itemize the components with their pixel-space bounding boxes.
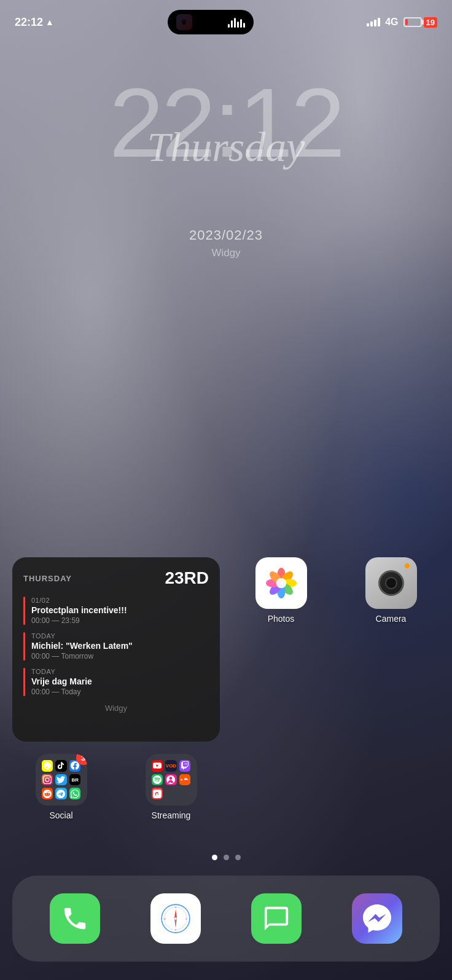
event-category-2: TODAY bbox=[31, 632, 133, 640]
cal-date-num: 23RD bbox=[165, 568, 209, 588]
reddit-mini-icon bbox=[42, 788, 53, 799]
page-dot-2[interactable] bbox=[224, 855, 229, 860]
podcasts-mini-icon bbox=[165, 774, 177, 786]
cal-event-2: TODAY Michiel: "Werken Latem" 00:00 — To… bbox=[23, 632, 209, 661]
cal-event-3: TODAY Vrije dag Marie 00:00 — Today bbox=[23, 668, 209, 696]
camera-icon[interactable] bbox=[365, 557, 417, 609]
photos-icon[interactable] bbox=[255, 557, 307, 609]
event-bar bbox=[23, 597, 25, 625]
page-dots bbox=[0, 855, 452, 860]
widgy-label-top: Widgy bbox=[0, 247, 452, 259]
calendar-widget[interactable]: THURSDAY 23RD 01/02 Protectplan incentiv… bbox=[12, 557, 220, 742]
svg-text:W: W bbox=[163, 917, 166, 920]
twitter-mini-icon bbox=[55, 774, 67, 786]
dynamic-island-app: ♛ bbox=[176, 14, 192, 30]
battery-level: 19 bbox=[424, 17, 437, 28]
bereal-mini-icon: BR bbox=[69, 774, 81, 786]
youtube-mini-icon bbox=[152, 760, 163, 772]
event-info-1: 01/02 Protectplan incentive!!! 00:00 — 2… bbox=[31, 597, 127, 625]
calendar-header: THURSDAY 23RD bbox=[23, 568, 209, 588]
dock: N S W E bbox=[12, 876, 440, 962]
event-time-2: 00:00 — Tomorrow bbox=[31, 652, 133, 661]
svg-point-8 bbox=[276, 578, 286, 589]
page-dot-1[interactable] bbox=[212, 855, 217, 860]
messenger-dock-icon[interactable] bbox=[352, 893, 402, 944]
network-label: 4G bbox=[385, 17, 398, 28]
messages-icon-svg bbox=[262, 904, 290, 933]
event-info-2: TODAY Michiel: "Werken Latem" 00:00 — To… bbox=[31, 632, 133, 661]
camera-lens-inner bbox=[385, 577, 397, 589]
status-time: 22:12 ▲ bbox=[15, 16, 54, 29]
status-right: 4G 19 bbox=[367, 17, 437, 28]
location-icon: ▲ bbox=[45, 17, 54, 27]
tiktok-mini-icon bbox=[55, 760, 67, 772]
audio-bars-icon bbox=[228, 17, 245, 28]
phone-icon-svg bbox=[61, 904, 89, 933]
event-category-3: TODAY bbox=[31, 668, 92, 675]
event-title-1: Protectplan incentive!!! bbox=[31, 605, 127, 615]
event-bar-3 bbox=[23, 668, 25, 696]
telegram-mini-icon bbox=[55, 788, 67, 799]
snapchat-mini-icon bbox=[42, 760, 53, 772]
event-time-3: 00:00 — Today bbox=[31, 688, 92, 696]
status-bar: 22:12 ▲ ♛ 4G 19 bbox=[0, 0, 452, 37]
social-folder[interactable]: 3 BR bbox=[12, 754, 110, 820]
day-overlay: Thursday bbox=[0, 123, 452, 171]
vod-mini-icon: VOD bbox=[165, 760, 177, 772]
photos-flower-icon bbox=[266, 568, 297, 598]
social-folder-icon[interactable]: 3 BR bbox=[36, 754, 87, 806]
date-display: 2023/02/23 bbox=[0, 227, 452, 243]
social-label: Social bbox=[49, 810, 72, 820]
event-time-1: 00:00 — 23:59 bbox=[31, 616, 127, 625]
cal-event-1: 01/02 Protectplan incentive!!! 00:00 — 2… bbox=[23, 597, 209, 625]
event-title-3: Vrije dag Marie bbox=[31, 676, 92, 686]
event-info-3: TODAY Vrije dag Marie 00:00 — Today bbox=[31, 668, 92, 696]
clock-section: 22:12 Thursday 2023/02/23 Widgy bbox=[0, 74, 452, 259]
signal-icon bbox=[367, 18, 380, 26]
messenger-icon-svg bbox=[363, 904, 391, 933]
app-grid: THURSDAY 23RD 01/02 Protectplan incentiv… bbox=[0, 557, 452, 820]
svg-text:S: S bbox=[175, 928, 177, 931]
instagram-mini-icon bbox=[42, 774, 53, 786]
camera-app[interactable]: Camera bbox=[342, 557, 440, 742]
event-title-2: Michiel: "Werken Latem" bbox=[31, 641, 133, 651]
camera-dot-icon bbox=[405, 563, 410, 568]
svg-text:N: N bbox=[174, 906, 176, 909]
photos-label: Photos bbox=[268, 614, 295, 624]
event-bar-2 bbox=[23, 632, 25, 661]
whatsapp-mini-icon bbox=[69, 788, 81, 799]
safari-icon-svg: N S W E bbox=[160, 903, 192, 935]
streaming-folder[interactable]: VOD Streaming bbox=[122, 754, 220, 820]
event-category-1: 01/02 bbox=[31, 597, 127, 604]
spotify-mini-icon bbox=[152, 774, 163, 786]
soundcloud-mini-icon bbox=[179, 774, 191, 786]
messages-dock-icon[interactable] bbox=[251, 893, 302, 944]
phone-dock-icon[interactable] bbox=[50, 893, 100, 944]
streaming-folder-icon[interactable]: VOD bbox=[146, 754, 197, 806]
crown-icon: ♛ bbox=[181, 18, 187, 26]
dynamic-island[interactable]: ♛ bbox=[168, 10, 254, 34]
cal-day-label: THURSDAY bbox=[23, 574, 72, 583]
camera-lens bbox=[378, 570, 404, 596]
streaming-label: Streaming bbox=[152, 810, 191, 820]
svg-text:E: E bbox=[185, 917, 187, 920]
twitch-mini-icon bbox=[179, 760, 191, 772]
camera-label: Camera bbox=[376, 614, 407, 624]
page-dot-3[interactable] bbox=[235, 855, 241, 860]
battery: 19 bbox=[403, 17, 437, 28]
widgy-label-cal: Widgy bbox=[23, 704, 209, 713]
photos-app[interactable]: Photos bbox=[232, 557, 330, 742]
safari-dock-icon[interactable]: N S W E bbox=[150, 893, 201, 944]
apple-music-mini-icon bbox=[152, 788, 163, 799]
